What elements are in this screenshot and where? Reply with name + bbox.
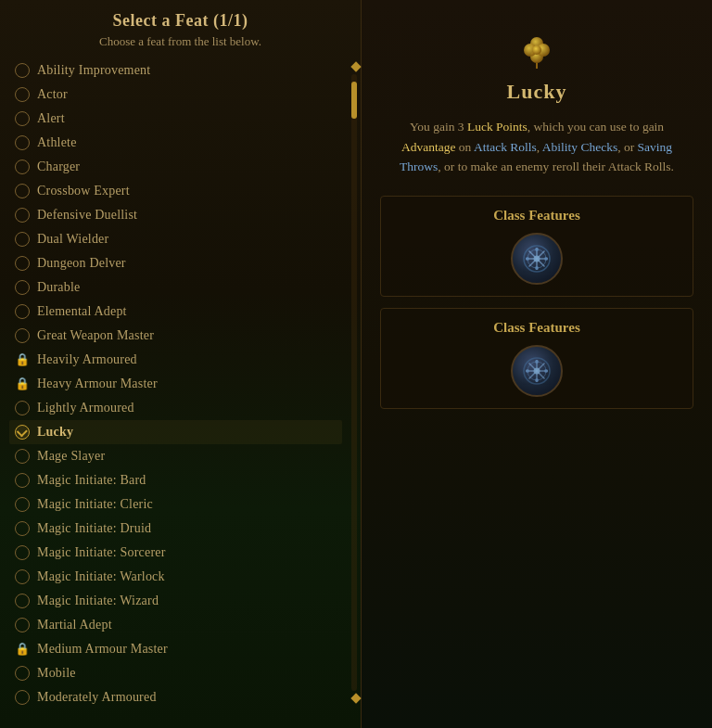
class-feature-card-1[interactable]: Class Features <box>380 196 693 297</box>
radio-great-weapon-master[interactable] <box>15 328 30 343</box>
feat-item-elemental-adept[interactable]: Elemental Adept <box>9 300 342 324</box>
feat-item-charger[interactable]: Charger <box>9 155 342 179</box>
feat-item-actor[interactable]: Actor <box>9 83 342 107</box>
panel-title: Select a Feat (1/1) <box>0 11 361 31</box>
feat-label-mage-slayer: Mage Slayer <box>37 449 105 464</box>
radio-magic-initiate-druid[interactable] <box>15 521 30 536</box>
class-feature-card-2[interactable]: Class Features <box>380 308 693 409</box>
feat-name: Lucky <box>507 80 567 104</box>
svg-point-26 <box>526 369 529 373</box>
feat-label-magic-initiate-wizard: Magic Initiate: Wizard <box>37 594 159 608</box>
feat-label-defensive-duellist: Defensive Duellist <box>37 208 137 223</box>
right-panel: Lucky You gain 3 Luck Points, which you … <box>362 0 712 728</box>
feat-item-heavily-armoured[interactable]: 🔒Heavily Armoured <box>9 348 342 372</box>
feat-item-ability-improvement[interactable]: Ability Improvement <box>9 58 342 83</box>
desc-text-5: , or <box>617 140 637 154</box>
feat-label-magic-initiate-bard: Magic Initiate: Bard <box>37 473 146 488</box>
feat-item-mobile[interactable]: Mobile <box>9 661 342 685</box>
radio-alert[interactable] <box>15 111 30 126</box>
class-feature-icon-2 <box>511 345 563 397</box>
radio-mage-slayer[interactable] <box>15 449 30 464</box>
desc-luck-points: Luck Points <box>467 120 528 134</box>
radio-elemental-adept[interactable] <box>15 304 30 319</box>
feat-description: You gain 3 Luck Points, which you can us… <box>380 117 693 177</box>
scrollbar-thumb[interactable] <box>351 82 357 119</box>
radio-moderately-armoured[interactable] <box>15 690 30 705</box>
feat-item-magic-initiate-warlock[interactable]: Magic Initiate: Warlock <box>9 565 342 589</box>
feat-item-lightly-armoured[interactable]: Lightly Armoured <box>9 396 342 420</box>
radio-lucky[interactable] <box>15 425 30 440</box>
radio-lightly-armoured[interactable] <box>15 401 30 415</box>
feat-item-great-weapon-master[interactable]: Great Weapon Master <box>9 324 342 348</box>
radio-magic-initiate-wizard[interactable] <box>15 594 30 608</box>
feat-label-alert: Alert <box>37 111 65 126</box>
feat-item-magic-initiate-sorcerer[interactable]: Magic Initiate: Sorcerer <box>9 541 342 565</box>
left-panel: Select a Feat (1/1) Choose a feat from t… <box>0 0 362 728</box>
radio-magic-initiate-sorcerer[interactable] <box>15 545 30 560</box>
feat-item-athlete[interactable]: Athlete <box>9 131 342 155</box>
feat-item-martial-adept[interactable]: Martial Adept <box>9 613 342 637</box>
feat-label-elemental-adept: Elemental Adept <box>37 304 127 319</box>
svg-point-25 <box>535 378 539 382</box>
lock-icon-heavy-armour-master: 🔒 <box>15 377 30 391</box>
radio-ability-improvement[interactable] <box>15 63 30 78</box>
svg-point-24 <box>535 360 539 364</box>
feat-label-mobile: Mobile <box>37 666 76 681</box>
feat-item-lucky[interactable]: Lucky <box>9 420 342 444</box>
svg-point-16 <box>544 257 548 261</box>
feat-item-mage-slayer[interactable]: Mage Slayer <box>9 444 342 468</box>
lock-icon-medium-armour-master: 🔒 <box>15 642 30 657</box>
feat-item-defensive-duellist[interactable]: Defensive Duellist <box>9 203 342 227</box>
feat-item-dual-wielder[interactable]: Dual Wielder <box>9 227 342 251</box>
desc-text-1: You gain 3 <box>410 120 467 134</box>
lock-icon-heavily-armoured: 🔒 <box>15 352 30 367</box>
feat-icon <box>515 28 559 72</box>
feat-label-moderately-armoured: Moderately Armoured <box>37 690 157 705</box>
svg-point-23 <box>534 367 540 374</box>
svg-point-4 <box>532 45 541 55</box>
desc-text-6: , or to make an enemy reroll their Attac… <box>438 160 674 173</box>
radio-defensive-duellist[interactable] <box>15 208 30 223</box>
feat-label-magic-initiate-cleric: Magic Initiate: Cleric <box>37 497 153 512</box>
feat-item-heavy-armour-master[interactable]: 🔒Heavy Armour Master <box>9 372 342 396</box>
svg-point-15 <box>526 257 529 261</box>
feat-item-durable[interactable]: Durable <box>9 275 342 300</box>
feat-label-actor: Actor <box>37 87 68 102</box>
desc-ability-checks: Ability Checks <box>542 140 617 154</box>
radio-crossbow-expert[interactable] <box>15 184 30 198</box>
radio-athlete[interactable] <box>15 135 30 150</box>
feat-item-magic-initiate-wizard[interactable]: Magic Initiate: Wizard <box>9 589 342 613</box>
feat-item-medium-armour-master[interactable]: 🔒Medium Armour Master <box>9 637 342 661</box>
class-feature-title-1: Class Features <box>493 208 579 224</box>
radio-durable[interactable] <box>15 280 30 295</box>
radio-charger[interactable] <box>15 160 30 174</box>
feat-item-dungeon-delver[interactable]: Dungeon Delver <box>9 251 342 275</box>
feat-label-dual-wielder: Dual Wielder <box>37 232 108 247</box>
feat-item-alert[interactable]: Alert <box>9 107 342 131</box>
feat-item-magic-initiate-druid[interactable]: Magic Initiate: Druid <box>9 517 342 541</box>
feat-label-heavy-armour-master: Heavy Armour Master <box>37 377 158 391</box>
radio-magic-initiate-warlock[interactable] <box>15 569 30 584</box>
desc-advantage: Advantage <box>401 140 455 154</box>
radio-magic-initiate-bard[interactable] <box>15 473 30 488</box>
feat-label-dungeon-delver: Dungeon Delver <box>37 256 126 271</box>
desc-text-2: , which you can use to gain <box>528 120 664 134</box>
feat-item-magic-initiate-bard[interactable]: Magic Initiate: Bard <box>9 468 342 492</box>
radio-magic-initiate-cleric[interactable] <box>15 497 30 512</box>
scrollbar-track[interactable] <box>351 74 357 691</box>
radio-martial-adept[interactable] <box>15 618 30 632</box>
svg-point-13 <box>535 248 539 251</box>
feat-item-crossbow-expert[interactable]: Crossbow Expert <box>9 179 342 203</box>
radio-mobile[interactable] <box>15 666 30 681</box>
svg-point-14 <box>535 266 539 270</box>
feat-item-magic-initiate-cleric[interactable]: Magic Initiate: Cleric <box>9 492 342 517</box>
svg-point-27 <box>544 369 548 373</box>
panel-subtitle: Choose a feat from the list below. <box>0 34 361 49</box>
feat-label-athlete: Athlete <box>37 135 77 150</box>
feat-label-medium-armour-master: Medium Armour Master <box>37 642 168 657</box>
radio-actor[interactable] <box>15 87 30 102</box>
radio-dual-wielder[interactable] <box>15 232 30 247</box>
radio-dungeon-delver[interactable] <box>15 256 30 271</box>
class-feature-icon-1 <box>511 233 563 285</box>
feat-item-moderately-armoured[interactable]: Moderately Armoured <box>9 685 342 709</box>
